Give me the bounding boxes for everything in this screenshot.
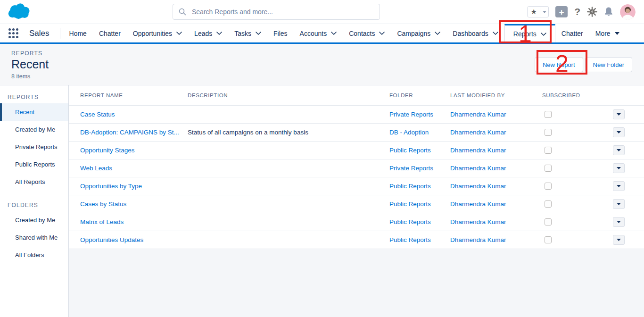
folder-link[interactable]: Public Reports [389,200,431,208]
tab-tasks[interactable]: Tasks [228,24,267,42]
modified-by-link[interactable]: Dharmendra Kumar [450,165,506,172]
report-description [188,159,389,177]
report-link[interactable]: Case Status [80,111,115,118]
favorites-caret-button[interactable] [540,6,549,17]
subscribed-checkbox[interactable] [545,236,552,243]
global-actions-button[interactable]: + [555,6,568,17]
report-link[interactable]: Matrix of Leads [80,218,124,225]
sidebar-item-public-reports[interactable]: Public Reports [0,156,68,173]
tab-accounts[interactable]: Accounts [294,24,343,42]
row-actions-button[interactable] [613,217,625,227]
row-actions-button[interactable] [613,181,625,191]
setup-gear-button[interactable] [587,7,597,17]
user-avatar[interactable] [620,4,636,20]
sidebar-item-shared-with-me[interactable]: Shared with Me [0,229,68,246]
folder-link[interactable]: Public Reports [389,218,431,225]
report-link[interactable]: Opportunities Updates [80,236,143,243]
column-subscribed[interactable]: SUBSCRIBED [542,85,613,105]
column-last-modified-by[interactable]: LAST MODIFIED BY [450,85,542,105]
help-button[interactable]: ? [574,6,580,17]
page-header-actions: New Report New Folder [535,57,632,72]
sidebar-item-private-reports[interactable]: Private Reports [0,138,68,156]
sidebar-item-created-by-me[interactable]: Created by Me [0,121,68,138]
folder-link[interactable]: Public Reports [389,147,431,154]
tab-files[interactable]: Files [267,24,294,42]
caret-down-icon[interactable] [615,32,619,35]
tab-home[interactable]: Home [63,24,93,42]
search-input[interactable] [192,8,374,16]
tab-campaigns[interactable]: Campaigns [391,24,446,42]
tab-chatter-2[interactable]: Chatter [555,24,589,42]
chevron-down-icon[interactable] [216,32,222,35]
tab-opportunities[interactable]: Opportunities [127,24,188,42]
app-navigation-bar: Sales Home Chatter Opportunities Leads T… [0,24,644,44]
new-report-button[interactable]: New Report [535,57,583,72]
modified-by-link[interactable]: Dharmendra Kumar [450,129,506,136]
tab-reports[interactable]: Reports [504,24,555,42]
modified-by-link[interactable]: Dharmendra Kumar [450,111,506,118]
modified-by-link[interactable]: Dharmendra Kumar [450,218,506,225]
modified-by-link[interactable]: Dharmendra Kumar [450,236,506,243]
chevron-down-icon[interactable] [493,32,498,35]
global-actions-plus-icon: + [559,8,564,17]
report-link[interactable]: Web Leads [80,165,112,172]
modified-by-link[interactable]: Dharmendra Kumar [450,183,506,190]
sidebar-item-folders-created-by-me[interactable]: Created by Me [0,211,68,229]
sidebar-item-all-folders[interactable]: All Folders [0,246,68,264]
tab-more[interactable]: More [589,24,626,42]
search-icon [179,8,186,16]
chevron-down-icon[interactable] [176,32,182,35]
folder-link[interactable]: Private Reports [389,165,433,172]
tab-contacts[interactable]: Contacts [343,24,391,42]
chevron-down-icon[interactable] [256,32,261,35]
row-actions-button[interactable] [613,199,625,209]
folder-link[interactable]: DB - Adoption [389,129,429,136]
subscribed-checkbox[interactable] [545,165,552,172]
favorites-star-button[interactable]: ★ [527,6,540,17]
app-launcher-button[interactable] [0,24,27,42]
chevron-down-icon[interactable] [379,32,385,35]
report-link[interactable]: DB-Adoption: CAMPAIGNS by St... [80,129,179,136]
modified-by-link[interactable]: Dharmendra Kumar [450,147,506,154]
tab-dashboards[interactable]: Dashboards [446,24,504,42]
salesforce-logo [7,2,33,22]
caret-down-icon [617,203,621,205]
subscribed-checkbox[interactable] [545,129,552,136]
subscribed-checkbox[interactable] [545,218,552,225]
subscribed-checkbox[interactable] [545,183,552,190]
column-description[interactable]: DESCRIPTION [188,85,389,105]
notifications-bell-button[interactable] [604,7,613,17]
row-actions-button[interactable] [613,235,625,245]
global-search [173,4,380,20]
column-report-name[interactable]: REPORT NAME [69,85,188,105]
subscribed-checkbox[interactable] [545,200,552,208]
row-actions-button[interactable] [613,109,625,119]
column-folder[interactable]: FOLDER [389,85,450,105]
new-folder-button[interactable]: New Folder [585,57,632,72]
entity-label: REPORTS [11,50,49,57]
folder-link[interactable]: Public Reports [389,183,431,190]
sidebar-item-all-reports[interactable]: All Reports [0,173,68,191]
global-header: ★ + ? [0,0,644,24]
caret-down-icon [617,239,621,241]
page-title: Recent [11,58,49,71]
chevron-down-icon[interactable] [331,32,337,35]
folder-link[interactable]: Private Reports [389,111,433,118]
tab-chatter[interactable]: Chatter [93,24,127,42]
table-row: Matrix of Leads Public Reports Dharmendr… [69,213,644,231]
row-actions-button[interactable] [613,127,625,137]
row-actions-button[interactable] [613,163,625,173]
reports-list-area: REPORT NAME DESCRIPTION FOLDER LAST MODI… [69,85,644,317]
tab-leads[interactable]: Leads [188,24,228,42]
report-link[interactable]: Opportunities by Type [80,183,142,190]
report-link[interactable]: Cases by Status [80,200,126,208]
row-actions-button[interactable] [613,145,625,155]
folder-link[interactable]: Public Reports [389,236,431,243]
chevron-down-icon[interactable] [541,33,546,36]
subscribed-checkbox[interactable] [545,111,552,118]
report-link[interactable]: Opportunity Stages [80,147,135,154]
sidebar-item-recent[interactable]: Recent [0,103,68,121]
chevron-down-icon[interactable] [435,32,440,35]
subscribed-checkbox[interactable] [545,147,552,154]
modified-by-link[interactable]: Dharmendra Kumar [450,200,506,208]
